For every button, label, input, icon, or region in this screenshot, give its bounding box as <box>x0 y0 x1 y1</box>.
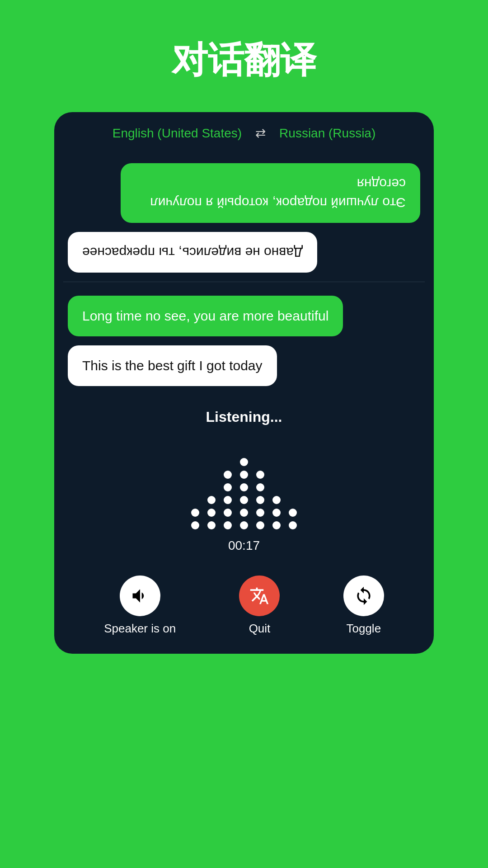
waveform-dot <box>256 483 264 491</box>
translate-icon <box>249 586 269 606</box>
waveform-col-5 <box>256 471 264 529</box>
waveform-dot <box>240 471 248 479</box>
listening-status: Listening... <box>206 409 282 425</box>
waveform-dot <box>256 496 264 504</box>
waveform-dot <box>272 496 281 504</box>
waveform-dot <box>207 496 216 504</box>
waveform-dot <box>240 458 248 466</box>
waveform-dot <box>207 509 216 517</box>
waveform-dot <box>272 521 281 529</box>
upper-bubble-white: Давно не виделись, ты прекраснее <box>68 232 317 273</box>
toggle-control: Toggle <box>343 576 384 636</box>
waveform-dot <box>224 471 232 479</box>
listening-section: Listening... <box>54 395 434 566</box>
waveform-col-2 <box>207 496 216 529</box>
toggle-button[interactable] <box>343 576 384 616</box>
quit-button[interactable] <box>239 576 280 616</box>
lower-bubble-white: This is the best gift I got today <box>68 345 277 386</box>
waveform-dot <box>224 521 232 529</box>
waveform-col-7 <box>289 509 297 529</box>
language-bar: English (United States) ⇄ Russian (Russi… <box>54 112 434 154</box>
speaker-icon <box>130 586 150 606</box>
waveform-col-1 <box>191 509 199 529</box>
waveform-dot <box>207 521 216 529</box>
quit-label: Quit <box>249 622 271 636</box>
speaker-control: Speaker is on <box>104 576 176 636</box>
waveform-dot <box>272 509 281 517</box>
quit-control: Quit <box>239 576 280 636</box>
target-language[interactable]: Russian (Russia) <box>279 126 375 141</box>
speaker-button[interactable] <box>120 576 160 616</box>
waveform-dot <box>224 496 232 504</box>
swap-languages-icon[interactable]: ⇄ <box>255 126 266 141</box>
app-title: 对话翻译 <box>172 36 316 85</box>
bottom-controls: Speaker is on Quit Toggle <box>54 566 434 654</box>
waveform-dot <box>289 521 297 529</box>
waveform-dot <box>191 521 199 529</box>
waveform-dot <box>256 521 264 529</box>
waveform-dot <box>240 509 248 517</box>
waveform-dot <box>191 509 199 517</box>
waveform-dot <box>224 509 232 517</box>
lower-translation-area: Long time no see, you are more beautiful… <box>54 282 434 395</box>
waveform-col-4 <box>240 458 248 529</box>
waveform-dot <box>240 521 248 529</box>
upper-bubble-green: Это лучший подарок, который я получил се… <box>121 163 420 223</box>
upper-translation-area: Давно не виделись, ты прекраснее Это луч… <box>54 154 434 282</box>
source-language[interactable]: English (United States) <box>113 126 242 141</box>
waveform-dot <box>240 496 248 504</box>
audio-waveform <box>191 439 297 529</box>
recording-timer: 00:17 <box>228 538 260 553</box>
toggle-icon <box>354 586 374 606</box>
waveform-dot <box>256 471 264 479</box>
toggle-label: Toggle <box>346 622 381 636</box>
waveform-col-6 <box>272 496 281 529</box>
waveform-col-3 <box>224 471 232 529</box>
waveform-dot <box>256 509 264 517</box>
translation-card: English (United States) ⇄ Russian (Russi… <box>54 112 434 654</box>
waveform-dot <box>240 483 248 491</box>
lower-bubble-green: Long time no see, you are more beautiful <box>68 296 343 336</box>
waveform-dot <box>289 509 297 517</box>
speaker-label: Speaker is on <box>104 622 176 636</box>
waveform-dot <box>224 483 232 491</box>
